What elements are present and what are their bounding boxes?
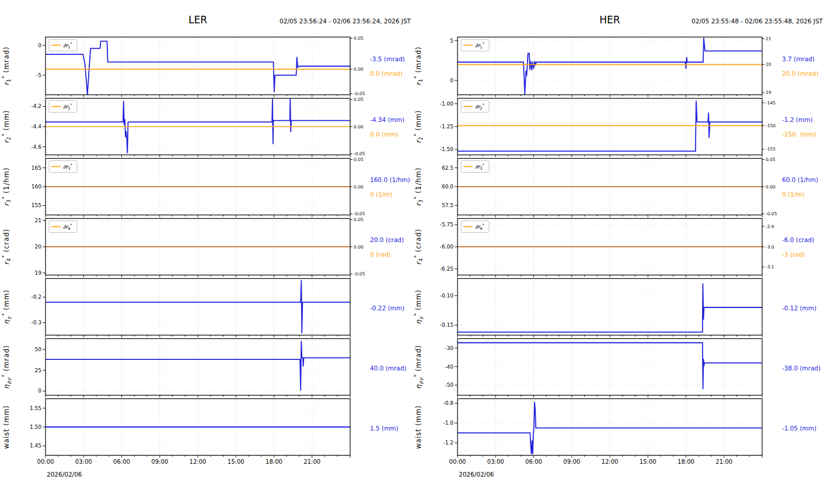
x-tick-label: 09:00 <box>563 459 580 465</box>
y-tick-label: 155 <box>32 202 41 208</box>
y-axis-label: ηy* (mm) <box>413 289 424 324</box>
x-tick-label: 06:00 <box>525 459 542 465</box>
gridlines <box>46 339 350 396</box>
gridlines <box>458 399 762 456</box>
x-tick-label: 03:00 <box>487 459 504 465</box>
y-axis-label: r1* (mrad) <box>413 46 424 85</box>
plot-her-r1_star: 50212019r1* (mrad)∂r1*3.7 (mrad)20.0 (mr… <box>412 36 824 97</box>
x-axis-date-label: 2026/02/06 <box>0 467 412 480</box>
y-axis-label: r4* (crad) <box>1 229 12 265</box>
plot-stack: 0-50.050.00-0.05r1* (mrad)∂r1*-3.5 (mrad… <box>0 36 412 458</box>
plot-ler-eta_py_star: 50250ηpy* (mrad)40.0 (mrad) <box>0 338 412 398</box>
current-value-label: 0.0 (mrad) <box>370 70 403 77</box>
plot-her-eta_py_star: -30-40-50ηpy* (mrad)-38.0 (mrad) <box>412 338 824 398</box>
y-tick-label: -50 <box>445 382 453 388</box>
x-axis-tick-labels: 00:0003:0006:0009:0012:0015:0018:0021:00 <box>412 458 824 467</box>
x-tick-label: 06:00 <box>113 459 130 465</box>
current-value-label: -4.34 (mm) <box>370 116 404 123</box>
y-axis-label: ηpy* (mrad) <box>413 345 424 389</box>
right-tick-label: -0.05 <box>354 211 365 216</box>
y-tick-label: -1.50 <box>440 146 454 152</box>
current-value-label: 0 (1/m) <box>370 191 393 198</box>
x-tick-label: 21:00 <box>303 459 320 465</box>
y-tick-label: 160 <box>32 184 41 190</box>
right-tick-label: 0.00 <box>354 244 364 250</box>
current-value-label: 1.5 (mm) <box>370 425 399 432</box>
panel-title: LER <box>188 14 207 26</box>
right-tick-label: -145 <box>766 100 776 106</box>
series-group <box>458 101 762 151</box>
legend: ∂r1* <box>461 40 489 51</box>
right-tick-label: 0.05 <box>354 158 364 162</box>
y-axis-label: waist (mm) <box>2 405 11 449</box>
current-value-label: -0.22 (mm) <box>370 304 404 312</box>
right-tick-label: 0.00 <box>354 124 364 130</box>
right-tick-label: 0.05 <box>354 218 364 222</box>
time-range-label: 02/05 23:56:24 - 02/06 23:56:24, 2026 JS… <box>280 18 411 24</box>
y-tick-label: 0 <box>450 78 453 83</box>
y-axis-label: ηy* (mm) <box>1 289 12 324</box>
current-value-label: -38.0 (mrad) <box>782 365 820 372</box>
x-tick-label: 03:00 <box>75 459 92 465</box>
axis-ticks <box>455 296 762 338</box>
y-tick-label: 1.55 <box>30 405 41 411</box>
y-tick-label: 5 <box>450 38 453 44</box>
current-value-label: 0 (1/m) <box>782 191 805 198</box>
y-tick-label: 19 <box>35 270 42 276</box>
current-value-label: -0.12 (mm) <box>782 304 816 312</box>
axis-ticks <box>43 159 352 217</box>
y-tick-label: -4.6 <box>31 144 41 150</box>
axis-ticks <box>43 349 350 397</box>
y-tick-label: 0 <box>38 388 41 394</box>
plot-ler-r1_star: 0-50.050.00-0.05r1* (mrad)∂r1*-3.5 (mrad… <box>0 36 412 97</box>
y-tick-label: 21 <box>35 218 41 223</box>
current-value-label: 40.0 (mrad) <box>370 365 407 372</box>
y-tick-label: 1.50 <box>30 424 41 430</box>
x-tick-label: 12:00 <box>190 459 207 465</box>
gridlines <box>458 279 762 335</box>
y-tick-label: -4.2 <box>31 103 41 109</box>
y-tick-label: -4.4 <box>31 124 41 130</box>
right-tick-label: -0.05 <box>354 91 365 96</box>
axis-ticks <box>43 219 352 277</box>
legend: ∂r4* <box>461 221 489 233</box>
axis-ticks <box>455 103 764 157</box>
plot-her-r4_star: -5.75-6.00-6.25-2.9-3.0-3.1r4* (crad)∂r4… <box>412 218 824 278</box>
current-value-label: 160.0 (1/hm) <box>370 176 410 183</box>
legend: ∂r2* <box>49 101 77 113</box>
plot-her-eta_y_star: -0.10-0.15ηy* (mm)-0.12 (mm) <box>412 278 824 338</box>
right-tick-label: 0.05 <box>766 158 776 162</box>
y-tick-label: -30 <box>445 345 453 351</box>
y-tick-label: 20 <box>35 244 42 250</box>
right-tick-label: 0.05 <box>354 97 364 102</box>
right-tick-label: -3.0 <box>766 244 774 250</box>
legend: ∂r2* <box>461 101 489 113</box>
y-tick-label: 25 <box>35 368 41 373</box>
right-tick-label: -3.1 <box>766 264 774 270</box>
y-tick-label: -1.0 <box>443 420 453 426</box>
y-tick-label: -0.3 <box>31 320 41 326</box>
y-axis-label: r3* (1/hm) <box>413 167 424 206</box>
legend: ∂r3* <box>49 161 77 173</box>
y-tick-label: -5 <box>36 72 41 78</box>
current-value-label: -3 (rad) <box>782 251 805 258</box>
x-axis-date-label: 2026/02/06 <box>412 467 824 480</box>
axis-ticks <box>43 297 350 337</box>
y-tick-label: -1.2 <box>443 440 453 446</box>
y-axis-label: r4* (crad) <box>413 229 424 265</box>
plot-ler-waist: 1.551.501.45waist (mm)1.5 (mm) <box>0 398 412 458</box>
y-tick-label: -5.75 <box>440 222 453 228</box>
y-tick-label: -1.25 <box>440 124 453 130</box>
legend: ∂r1* <box>49 40 77 51</box>
axis-ticks <box>455 348 762 398</box>
right-tick-label: 0.00 <box>354 184 364 190</box>
axis-ticks <box>43 99 352 157</box>
right-tick-label: -2.9 <box>766 224 774 229</box>
y-tick-label: 165 <box>32 165 41 171</box>
panel-header: LER 02/05 23:56:24 - 02/06 23:56:24, 202… <box>0 0 412 36</box>
current-value-label: -150. (mm) <box>782 131 816 138</box>
gridlines <box>458 99 762 155</box>
right-tick-label: 19 <box>766 90 771 95</box>
current-value-label: -3.5 (mrad) <box>370 55 405 62</box>
panel-her: HER 02/05 23:55:48 - 02/06 23:55:48, 202… <box>412 0 824 480</box>
